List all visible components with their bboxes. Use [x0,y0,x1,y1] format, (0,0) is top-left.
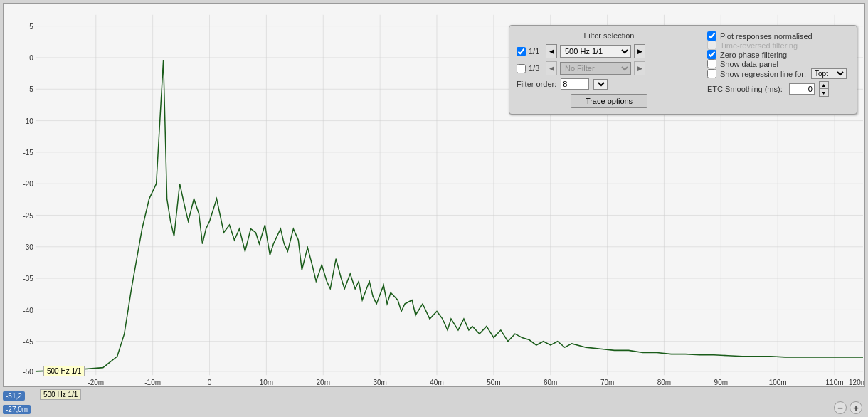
svg-text:-25: -25 [23,211,34,219]
filter-1-1-checkbox[interactable] [517,47,526,56]
svg-text:-40: -40 [23,306,34,314]
time-reversed-checkbox[interactable] [707,41,716,50]
show-regression-row: Show regression line for: Topt T20 T30 [707,68,850,79]
zero-phase-label: Zero phase filtering [720,51,787,59]
cursor-label-2: -27,0m [3,405,31,414]
plot-normalised-label: Plot responses normalised [720,32,813,41]
trace-options-button[interactable]: Trace options [571,94,647,108]
bottom-zoom-controls: − + [834,401,862,414]
freq-tag: 500 Hz 1/1 [43,366,85,376]
filter-row-2: 1/3 ◀ No Filter ▶ [517,61,702,75]
svg-text:-45: -45 [23,338,34,346]
filter-1-3-checkbox[interactable] [517,64,526,73]
svg-text:10m: 10m [260,379,273,386]
filter-1-3-prev[interactable]: ◀ [546,61,557,75]
show-regression-label: Show regression line for: [720,70,806,78]
filter-row-1: 1/1 ◀ 500 Hz 1/1 ▶ [517,44,702,58]
filter-1-1-label: 1/1 [529,47,543,56]
zero-phase-row: Zero phase filtering [707,50,850,59]
svg-text:0: 0 [208,379,212,386]
filter-1-1-select[interactable]: 500 Hz 1/1 [560,45,631,58]
svg-text:-30: -30 [23,243,34,251]
svg-text:-10m: -10m [144,379,161,386]
svg-text:20m: 20m [317,379,330,386]
svg-text:100m: 100m [769,379,787,386]
svg-text:60m: 60m [544,379,557,386]
svg-text:-10: -10 [23,117,34,125]
svg-text:-50: -50 [23,368,34,376]
main-container: dBFS + − dBFS dB [0,0,868,417]
svg-text:30m: 30m [373,379,386,386]
filter-order-input[interactable] [561,78,589,90]
cursor-value-2: -27,0m [3,405,31,414]
h-zoom-in[interactable]: + [850,401,862,414]
show-data-checkbox[interactable] [707,59,716,68]
filter-order-label: Filter order: [517,80,556,88]
svg-text:120ms: 120ms [849,379,864,386]
time-reversed-row: Time-reversed filtering [707,41,850,50]
etc-up[interactable]: ▲ [820,82,828,89]
filter-selection-title: Filter selection [517,31,702,40]
chart-area: dBFS + − dBFS dB [3,3,865,387]
etc-row: ETC Smoothing (ms): ▲ ▼ [707,81,850,97]
filter-1-1-next[interactable]: ▶ [634,44,645,58]
show-data-label: Show data panel [720,60,778,68]
filter-order-row: Filter order: 8 [517,78,702,90]
h-zoom-out[interactable]: − [834,401,847,414]
svg-text:-20: -20 [23,180,34,188]
zero-phase-checkbox[interactable] [707,50,716,59]
svg-text:-5: -5 [27,85,33,93]
bottom-bar: -51,2 -27,0m 500 Hz 1/1 − + [0,387,868,417]
right-options: Plot responses normalised Time-reversed … [707,31,850,108]
filter-1-3-label: 1/3 [529,64,543,73]
etc-label: ETC Smoothing (ms): [707,85,783,93]
plot-normalised-row: Plot responses normalised [707,31,850,41]
filter-1-1-prev[interactable]: ◀ [546,44,557,58]
svg-text:110m: 110m [826,379,844,386]
freq-label-bottom: 500 Hz 1/1 [40,389,81,400]
show-data-row: Show data panel [707,59,850,68]
time-reversed-label: Time-reversed filtering [720,41,798,50]
cursor-value-1: -51,2 [3,391,25,401]
svg-text:80m: 80m [657,379,671,386]
svg-text:0: 0 [29,54,33,62]
svg-text:-35: -35 [23,275,34,283]
regression-dropdown[interactable]: Topt T20 T30 [811,68,847,79]
svg-text:-20m: -20m [88,379,104,386]
svg-text:-15: -15 [23,149,34,157]
etc-down[interactable]: ▼ [820,89,828,96]
etc-input[interactable] [789,83,815,95]
filter-order-spinner[interactable]: 8 [593,79,608,90]
filter-1-3-next[interactable]: ▶ [634,61,645,75]
svg-text:40m: 40m [430,379,443,386]
cursor-label-1: -51,2 [3,391,25,401]
svg-text:50m: 50m [487,379,500,386]
svg-text:70m: 70m [600,379,614,386]
filter-panel: Filter selection 1/1 ◀ 500 Hz 1/1 ▶ [509,25,857,115]
etc-spinner: ▲ ▼ [819,81,829,97]
svg-text:90m: 90m [714,379,728,386]
filter-1-3-select[interactable]: No Filter [560,62,631,75]
svg-text:5: 5 [29,23,33,31]
plot-normalised-checkbox[interactable] [707,31,716,41]
show-regression-checkbox[interactable] [707,69,716,78]
